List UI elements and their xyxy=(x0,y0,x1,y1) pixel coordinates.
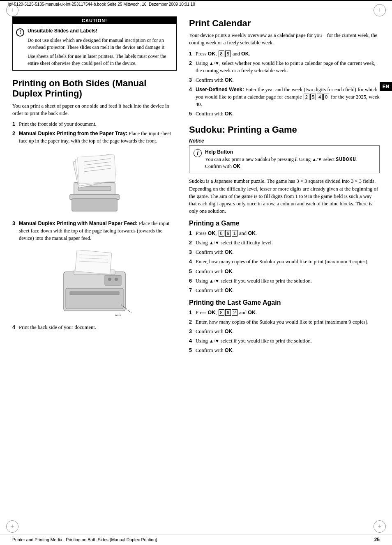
pc-step-3: 3 Confirm with OK. xyxy=(189,76,380,84)
sudoku-body: Sudoku is a Japanese number puzzle. The … xyxy=(189,177,380,215)
pc-step-2-text: Using ▲/▼, select whether you would like… xyxy=(196,60,380,74)
pg-step-1-text: Press OK, 861 and OK. xyxy=(196,230,380,237)
pg-step-1: 1 Press OK, 861 and OK. xyxy=(189,230,380,237)
lg-step-5-ok: OK xyxy=(225,347,233,353)
corner-bl-mark xyxy=(6,520,18,533)
lg-step-5: 5 Confirm with OK. xyxy=(189,347,380,354)
print-calendar-intro: Your device prints a weekly overview as … xyxy=(189,32,380,46)
pg-step-3: 3 Confirm with OK. xyxy=(189,248,380,256)
lg-step-3-ok: OK xyxy=(225,329,233,334)
pg-step-4: 4 Enter, how many copies of the Sudoku y… xyxy=(189,258,380,265)
pg-step-7-text: Confirm with OK. xyxy=(196,287,380,294)
footer-left: Printer and Printing Media · Printing on… xyxy=(12,537,157,542)
notice-title: Help Button xyxy=(205,149,375,155)
pg-step-7-ok: OK xyxy=(225,287,233,293)
pg-step-6-text: Using ▲/▼ select if you would like to pr… xyxy=(196,277,380,285)
printer-image-1 xyxy=(12,149,177,215)
pg-step-7: 7 Confirm with OK. xyxy=(189,287,380,294)
step-1: 1 Print the front side of your document. xyxy=(12,120,177,128)
step-4-text: Print the back side of your document. xyxy=(19,324,177,331)
step-4: 4 Print the back side of your document. xyxy=(12,324,177,331)
svg-rect-13 xyxy=(70,292,119,295)
pc-step-1-num: 1 xyxy=(189,50,196,57)
caution-icon: ! xyxy=(16,28,24,37)
svg-rect-15 xyxy=(75,250,112,274)
pg-step-7-num: 7 xyxy=(189,287,196,294)
pg-step-1-ok1: OK xyxy=(208,230,216,236)
pc-step-3-num: 3 xyxy=(189,76,196,84)
right-column: Print Calendar Your device prints a week… xyxy=(185,16,380,356)
pc-key-0: 0 xyxy=(323,94,329,100)
printing-game-title: Printing a Game xyxy=(189,220,380,227)
pg-step-1-ok2: OK xyxy=(248,230,256,236)
pc-key-4: 4 xyxy=(317,94,323,100)
lg-step-1-text: Press OK, 862 and OK. xyxy=(196,309,380,316)
pc-step-1-text: Press OK, 85 and OK. xyxy=(196,50,380,57)
svg-point-21 xyxy=(115,278,118,281)
pg-step-6-num: 6 xyxy=(189,277,196,285)
pc-key-8: 8 xyxy=(219,51,224,57)
notice-text: You can also print a new Sudoku by press… xyxy=(205,156,375,170)
pg-step-4-text: Enter, how many copies of the Sudoku you… xyxy=(196,258,380,265)
step-2-text: Manual Duplex Printing from the Paper Tr… xyxy=(19,130,177,145)
lg-step-1: 1 Press OK, 862 and OK. xyxy=(189,309,380,316)
pc-step-4-num: 4 xyxy=(189,86,196,108)
pg-step-5-num: 5 xyxy=(189,268,196,275)
top-bar-text: ipf-5120-5125-5135-manual-uk-int-2531175… xyxy=(8,2,195,7)
step-3-label: Manual Duplex Printing with Manual Paper… xyxy=(19,221,138,226)
caution-para1: Do not use slides which are designed for… xyxy=(28,37,172,51)
pc-step-2: 2 Using ▲/▼, select whether you would li… xyxy=(189,60,380,74)
lg-step-4-text: Using ▲/▼ select if you would like to pr… xyxy=(196,337,380,345)
caution-content: ! Unsuitable Slides and Labels! Do not u… xyxy=(13,24,176,70)
pg-key-8: 8 xyxy=(219,230,224,237)
notice-icon: i xyxy=(194,149,202,157)
pg-step-5-ok: OK xyxy=(225,269,233,274)
lg-key-8: 8 xyxy=(219,309,224,316)
svg-text:Auto: Auto xyxy=(115,314,121,317)
step-1-num: 1 xyxy=(12,120,19,128)
pg-step-3-ok: OK xyxy=(225,249,233,255)
notice-ok: OK xyxy=(233,163,240,169)
notice-box: i Help Button You can also print a new S… xyxy=(189,145,380,174)
bottom-bar: Printer and Printing Media · Printing on… xyxy=(0,534,392,545)
pg-key-1: 1 xyxy=(232,230,238,237)
step-2-label: Manual Duplex Printing from the Paper Tr… xyxy=(19,131,127,136)
lg-step-4: 4 Using ▲/▼ select if you would like to … xyxy=(189,337,380,345)
pg-step-2-num: 2 xyxy=(189,239,196,246)
svg-rect-19 xyxy=(105,275,121,285)
lg-step-5-num: 5 xyxy=(189,347,196,354)
step-3-num: 3 xyxy=(12,220,19,242)
pg-step-2-text: Using ▲/▼ select the difficulty level. xyxy=(196,239,380,246)
pc-key-2: 2 xyxy=(304,94,309,100)
sudoku-code: SUDOKU xyxy=(336,156,356,162)
lg-step-2-text: Enter, how many copies of the Sudoku you… xyxy=(196,318,380,326)
caution-title: Unsuitable Slides and Labels! xyxy=(28,28,97,34)
last-game-title: Printing the Last Game Again xyxy=(189,299,380,306)
left-section-title: Printing on Both Sides (Manual Duplex Pr… xyxy=(12,78,177,99)
footer-right: 25 xyxy=(374,537,380,543)
caution-text: Unsuitable Slides and Labels! Do not use… xyxy=(28,28,172,67)
left-intro: You can print a sheet of paper on one si… xyxy=(12,102,177,117)
printer-tray-svg xyxy=(53,149,136,213)
lg-step-1-num: 1 xyxy=(189,309,196,316)
pc-step-3-text: Confirm with OK. xyxy=(196,76,380,84)
top-bar: ipf-5120-5125-5135-manual-uk-int-2531175… xyxy=(0,0,392,8)
pg-step-5: 5 Confirm with OK. xyxy=(189,268,380,275)
pc-key-5b: 5 xyxy=(310,94,316,100)
svg-point-20 xyxy=(108,278,111,281)
en-tab: EN xyxy=(380,82,392,91)
pg-step-3-num: 3 xyxy=(189,248,196,256)
lg-step-2-num: 2 xyxy=(189,318,196,326)
notice-content: Help Button You can also print a new Sud… xyxy=(205,149,375,170)
sudoku-title: Sudoku: Printing a Game xyxy=(189,124,380,135)
pg-step-1-num: 1 xyxy=(189,230,196,237)
pg-step-3-text: Confirm with OK. xyxy=(196,248,380,256)
content-wrapper: CAUTION! ! Unsuitable Slides and Labels!… xyxy=(0,8,392,373)
pg-step-6: 6 Using ▲/▼ select if you would like to … xyxy=(189,277,380,285)
pc-step-5: 5 Confirm with OK. xyxy=(189,110,380,117)
lg-step-1-ok2: OK xyxy=(248,310,256,315)
pc-step-3-ok: OK xyxy=(225,77,233,83)
step-3: 3 Manual Duplex Printing with Manual Pap… xyxy=(12,220,177,242)
page: ipf-5120-5125-5135-manual-uk-int-2531175… xyxy=(0,0,392,545)
pc-step-5-ok: OK xyxy=(225,111,233,117)
